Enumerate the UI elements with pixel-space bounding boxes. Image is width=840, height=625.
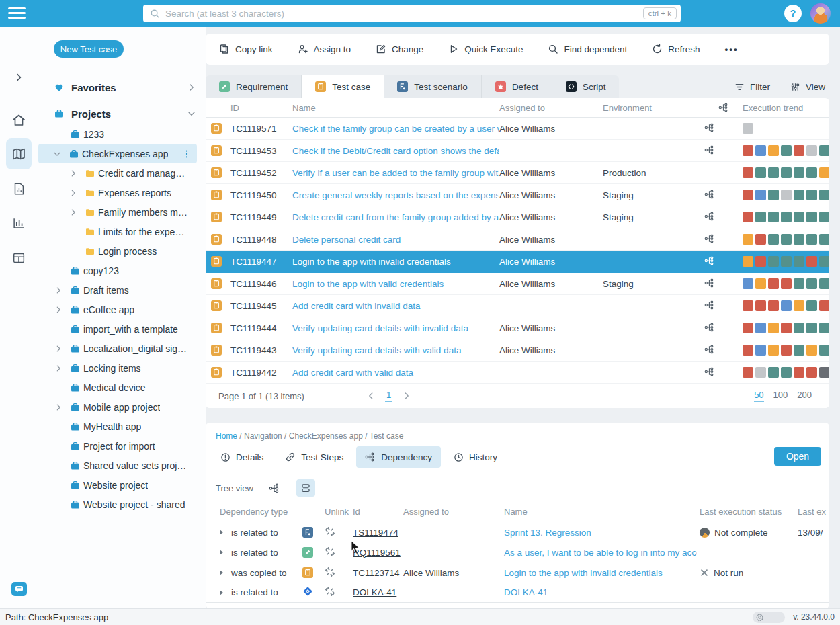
open-button[interactable]: Open: [774, 447, 821, 466]
detail-tab-dependency[interactable]: Dependency: [356, 446, 441, 468]
caret-right-icon[interactable]: [220, 570, 223, 575]
unlink-icon[interactable]: [325, 567, 335, 577]
sidebar-item[interactable]: Family members m…: [38, 202, 206, 222]
cell-name-link[interactable]: Add credit card with invalid data: [292, 301, 499, 311]
sidebar-item[interactable]: import_with a template: [38, 319, 206, 339]
hamburger-menu-icon[interactable]: [8, 7, 26, 19]
chevron-right-icon[interactable]: [187, 83, 196, 92]
col-name[interactable]: Name: [292, 103, 499, 113]
chevron-right-icon[interactable]: [53, 403, 64, 412]
sidebar-item[interactable]: Locking items: [38, 358, 206, 378]
sidebar-item[interactable]: Expenses reports: [38, 183, 206, 202]
breadcrumb-item[interactable]: Home: [216, 431, 237, 441]
find-dependent-button[interactable]: Find dependent: [548, 44, 627, 54]
caret-right-icon[interactable]: [220, 590, 223, 595]
analytics-chart-icon[interactable]: [0, 213, 38, 233]
sidebar-item[interactable]: eCoffee app: [38, 300, 206, 319]
tab-defect[interactable]: Defect: [482, 75, 552, 98]
sidebar-item[interactable]: copy123: [38, 261, 206, 280]
chevron-right-icon[interactable]: [68, 169, 79, 178]
table-row[interactable]: TC1119449Delete credit card from the fam…: [206, 206, 829, 228]
chevron-right-icon[interactable]: [53, 344, 64, 353]
sidebar-item[interactable]: Website project - shared: [38, 495, 206, 514]
projects-section[interactable]: Projects: [54, 104, 196, 123]
unlink-icon[interactable]: [325, 546, 335, 557]
tree-view-icon[interactable]: [265, 479, 284, 497]
page-size-200[interactable]: 200: [797, 390, 812, 402]
dependency-row[interactable]: is related toTS1119474Sprint 13. Regress…: [206, 522, 829, 542]
dependency-row[interactable]: is related toDOLKA-41DOLKA-41: [206, 583, 829, 603]
current-page[interactable]: 1: [385, 390, 392, 402]
cell-name-link[interactable]: Verify if a user can be added to the fam…: [292, 168, 499, 178]
help-button[interactable]: ?: [784, 5, 802, 22]
sidebar-item[interactable]: MyHealth app: [38, 417, 206, 436]
page-size-100[interactable]: 100: [773, 390, 788, 402]
table-row[interactable]: TC1119442Add credit card with valid data: [206, 362, 829, 384]
detail-tab-test-steps[interactable]: Test Steps: [276, 446, 352, 468]
unlink-icon[interactable]: [325, 526, 335, 537]
assign-to-button[interactable]: Assign to: [298, 44, 351, 54]
caret-right-icon[interactable]: [220, 550, 223, 555]
cell-name-link[interactable]: Add credit card with valid data: [292, 368, 499, 378]
dep-id-link[interactable]: RQ1119561: [353, 548, 401, 558]
next-page-icon[interactable]: [402, 391, 411, 401]
dep-name-link[interactable]: DOLKA-41: [504, 587, 548, 597]
prev-page-icon[interactable]: [366, 391, 376, 401]
dep-name-link[interactable]: Login to the app with invalid credential…: [504, 568, 663, 578]
sidebar-item[interactable]: Mobile app project: [38, 397, 206, 417]
cell-name-link[interactable]: Check if the family group can be created…: [292, 124, 499, 134]
dep-name-link[interactable]: As a user, I want to be able to log in i…: [504, 548, 697, 558]
global-search-input[interactable]: Search (at least 3 characters) ctrl + k: [143, 5, 681, 22]
home-icon[interactable]: [0, 110, 38, 130]
chat-support-icon[interactable]: [11, 582, 27, 596]
table-row[interactable]: TC1119445Add credit card with invalid da…: [206, 295, 829, 317]
col-execution-trend[interactable]: Execution trend: [743, 103, 829, 113]
kebab-menu-icon[interactable]: [182, 149, 192, 159]
more-actions-button[interactable]: •••: [725, 44, 739, 54]
table-row[interactable]: TC1119453Check if the Debit/Credit card …: [206, 140, 829, 162]
sidebar-item[interactable]: Login process: [38, 241, 206, 261]
dependency-row[interactable]: is related toRQ1119561As a user, I want …: [206, 542, 829, 562]
sidebar-item[interactable]: Draft items: [38, 280, 206, 300]
page-size-50[interactable]: 50: [754, 390, 763, 402]
cell-name-link[interactable]: Delete credit card from the family group…: [292, 212, 499, 222]
sidebar-item[interactable]: Medical device: [38, 378, 206, 397]
sidebar-item[interactable]: CheckExpenses app: [38, 144, 197, 163]
chevron-down-icon[interactable]: [187, 109, 196, 118]
tab-script[interactable]: Script: [552, 75, 620, 98]
table-row[interactable]: TC1119450Create general weekly reports b…: [206, 184, 829, 206]
tab-test-case[interactable]: Test case: [302, 75, 384, 98]
view-button[interactable]: View: [790, 82, 825, 92]
filter-button[interactable]: Filter: [734, 82, 770, 92]
user-avatar[interactable]: [810, 3, 831, 24]
table-row[interactable]: TC1119444Verify updating card details wi…: [206, 317, 829, 339]
sidebar-item[interactable]: 1233: [38, 124, 206, 144]
cell-name-link[interactable]: Verify updating card details with invali…: [292, 323, 499, 333]
caret-right-icon[interactable]: [220, 530, 223, 535]
cell-name-link[interactable]: Login to the app with invalid credential…: [292, 257, 499, 267]
projects-map-icon[interactable]: [0, 144, 38, 164]
tab-requirement[interactable]: Requirement: [206, 75, 302, 98]
chevron-down-icon[interactable]: [52, 149, 62, 159]
change-button[interactable]: Change: [376, 44, 423, 54]
refresh-button[interactable]: Refresh: [652, 44, 700, 54]
dep-name-link[interactable]: Sprint 13. Regression: [504, 528, 591, 538]
settings-pill[interactable]: [753, 612, 785, 623]
grid-table-icon[interactable]: [0, 248, 38, 268]
cell-name-link[interactable]: Login to the app with valid credentials: [292, 279, 499, 289]
col-id[interactable]: ID: [230, 103, 292, 113]
unlink-icon[interactable]: [325, 586, 335, 597]
report-document-icon[interactable]: [0, 179, 38, 199]
chevron-right-icon[interactable]: [68, 208, 79, 217]
expand-panel-chevron-icon[interactable]: [0, 67, 38, 87]
chevron-right-icon[interactable]: [53, 305, 64, 315]
sidebar-item[interactable]: Localization_digital sig…: [38, 339, 206, 358]
tab-test-scenario[interactable]: Test scenario: [384, 75, 482, 98]
table-row[interactable]: TC1119448Delete personal credit cardAlic…: [206, 228, 829, 251]
col-assigned-to[interactable]: Assigned to: [499, 103, 603, 113]
col-environment[interactable]: Environment: [603, 103, 704, 113]
table-row[interactable]: TC1119443Verify updating card details wi…: [206, 339, 829, 362]
sidebar-item[interactable]: Website project: [38, 475, 206, 495]
cell-name-link[interactable]: Delete personal credit card: [292, 235, 499, 245]
sidebar-item[interactable]: Shared value sets proj…: [38, 456, 206, 475]
